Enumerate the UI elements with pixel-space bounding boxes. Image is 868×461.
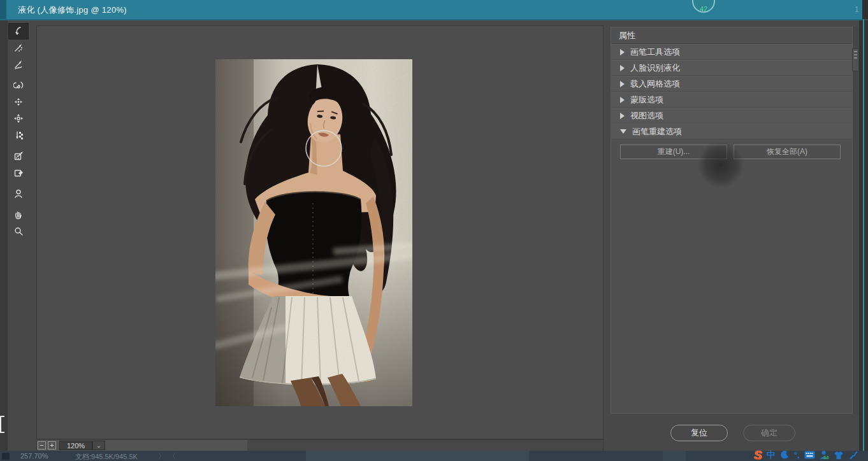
section-view-options[interactable]: 视图选项	[611, 108, 852, 124]
forward-warp-icon	[13, 26, 24, 36]
tool-bloat[interactable]	[8, 110, 29, 127]
ok-button[interactable]: 确定	[743, 425, 795, 441]
clipped-panel-bracket	[0, 416, 4, 433]
tool-reconstruct[interactable]	[8, 39, 29, 56]
section-face-aware-liquify[interactable]: 人脸识别液化	[611, 60, 852, 76]
triangle-right-icon	[620, 113, 625, 119]
properties-panel-title: 属性	[611, 27, 852, 44]
tool-thaw-mask[interactable]	[8, 164, 29, 181]
magnifier-icon	[13, 226, 24, 236]
restore-all-button[interactable]: 恢复全部(A)	[734, 145, 841, 159]
dialog-title: 液化 (人像修饰.jpg @ 120%)	[18, 4, 127, 16]
titlebar-notch	[0, 0, 6, 19]
properties-panel: 属性 画笔工具选项 人脸识别液化 载入网格选项 蒙版选项 视图选项 画笔重建选项…	[611, 27, 853, 414]
ime-toolbar: S 中 °, 34	[754, 449, 858, 461]
soft-keyboard-icon[interactable]	[804, 451, 815, 459]
thaw-mask-icon	[13, 167, 24, 178]
panel-scrollbar-track[interactable]	[853, 27, 859, 414]
tool-face[interactable]	[8, 185, 29, 202]
half-full-width-moon-icon[interactable]	[780, 450, 790, 460]
section-label: 画笔工具选项	[630, 44, 680, 60]
bloat-icon	[13, 113, 24, 124]
corner-watermark: 1	[855, 5, 859, 14]
login-badge: 34	[823, 455, 829, 460]
section-mask-options[interactable]: 蒙版选项	[611, 92, 852, 108]
document-size-readout: 文档:945.5K/945.5K	[75, 452, 138, 461]
left-edge-strip	[0, 20, 8, 451]
hand-icon	[13, 209, 24, 220]
titlebar-shadow	[0, 19, 862, 20]
tool-forward-warp[interactable]	[8, 23, 29, 39]
section-label: 人脸识别液化	[630, 60, 680, 76]
tool-zoom[interactable]	[8, 223, 29, 239]
triangle-down-icon	[620, 129, 626, 134]
titlebar-corner	[862, 0, 868, 19]
sogou-logo-icon[interactable]: S	[754, 449, 762, 461]
section-label: 载入网格选项	[630, 76, 680, 92]
reconstruct-brush-icon	[13, 43, 24, 53]
status-bar-segment	[306, 451, 529, 461]
section-label: 视图选项	[630, 108, 663, 124]
triangle-right-icon	[620, 97, 625, 103]
zoom-level-field[interactable]: 120%	[59, 441, 92, 450]
triangle-right-icon	[620, 81, 625, 87]
punctuation-mode-icon[interactable]: °,	[794, 450, 800, 460]
reset-button[interactable]: 复位	[670, 425, 728, 441]
chinese-mode-icon[interactable]: 中	[767, 450, 776, 461]
tool-hand[interactable]	[8, 206, 29, 223]
section-brush-tool-options[interactable]: 画笔工具选项	[611, 44, 852, 60]
tool-twirl-clockwise[interactable]	[8, 77, 29, 94]
panel-menu-icon[interactable]	[852, 48, 859, 71]
cursor-shadow-artifact	[697, 141, 744, 188]
zoom-out-button[interactable]: −	[38, 441, 46, 450]
tool-smooth[interactable]	[8, 56, 29, 73]
smooth-brush-icon	[13, 59, 24, 69]
tool-freeze-mask[interactable]	[8, 148, 29, 164]
settings-wrench-icon[interactable]	[848, 450, 858, 460]
freeze-mask-icon	[13, 151, 24, 161]
login-person-icon[interactable]: 34	[820, 450, 829, 460]
status-chip-icon	[2, 453, 10, 460]
face-person-icon	[13, 188, 24, 199]
twirl-spiral-icon	[13, 80, 24, 90]
skin-shirt-icon[interactable]	[834, 451, 844, 460]
status-bar-segment-2	[663, 451, 686, 461]
liquify-toolbar	[8, 23, 30, 239]
document-zoom-readout: 257.70%	[20, 452, 48, 460]
status-popup-arrows[interactable]: 〉〈	[158, 451, 180, 461]
teal-edge-line	[863, 19, 864, 461]
dialog-title-bar[interactable]	[0, 0, 862, 19]
section-brush-reconstruct-options[interactable]: 画笔重建选项	[611, 124, 852, 139]
zoom-in-button[interactable]: +	[48, 441, 56, 450]
zoom-dropdown-button[interactable]: ⌄	[92, 441, 105, 450]
pucker-icon	[13, 97, 24, 107]
push-left-icon	[13, 130, 24, 140]
tool-push-left[interactable]	[8, 127, 29, 143]
section-label: 画笔重建选项	[632, 124, 682, 139]
section-load-mesh-options[interactable]: 载入网格选项	[611, 76, 852, 92]
triangle-right-icon	[620, 65, 625, 71]
tool-pucker[interactable]	[8, 94, 29, 110]
triangle-right-icon	[620, 49, 625, 55]
portrait-photo[interactable]	[215, 59, 412, 406]
portrait-photo-image	[215, 59, 412, 406]
section-label: 蒙版选项	[630, 92, 663, 108]
